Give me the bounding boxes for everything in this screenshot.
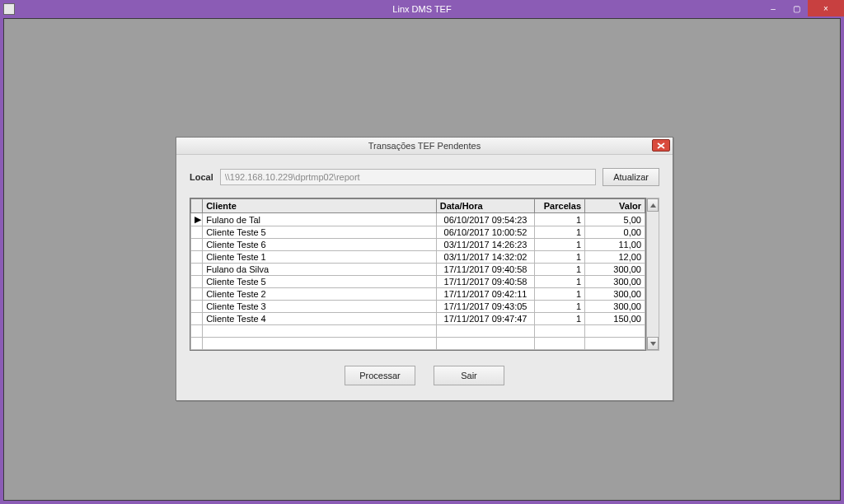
cell-datahora: 17/11/2017 09:43:05 bbox=[436, 301, 535, 313]
app-title: Linx DMS TEF bbox=[0, 4, 844, 14]
cell-valor: 300,00 bbox=[585, 301, 645, 313]
grid-header-valor[interactable]: Valor bbox=[585, 199, 645, 213]
minimize-button[interactable]: – bbox=[762, 0, 785, 16]
cell-parcelas: 1 bbox=[535, 264, 585, 276]
table-row[interactable]: Cliente Teste 517/11/2017 09:40:581300,0… bbox=[191, 276, 645, 288]
grid-header-selector bbox=[191, 199, 203, 213]
close-button[interactable]: × bbox=[808, 0, 844, 16]
grid-vertical-scrollbar[interactable] bbox=[646, 198, 659, 351]
row-selector-cell[interactable] bbox=[191, 313, 203, 325]
cell-cliente: Cliente Teste 2 bbox=[203, 288, 437, 301]
row-selector-cell[interactable] bbox=[191, 276, 203, 288]
cell-valor: 300,00 bbox=[585, 288, 645, 301]
local-input[interactable] bbox=[220, 169, 596, 185]
dialog-titlebar: Transações TEF Pendentes bbox=[176, 138, 673, 155]
close-icon bbox=[657, 142, 665, 149]
cell-valor: 150,00 bbox=[585, 313, 645, 325]
cell-valor: 300,00 bbox=[585, 264, 645, 276]
cell-datahora: 03/11/2017 14:26:23 bbox=[436, 239, 535, 251]
chevron-down-icon bbox=[650, 342, 656, 346]
table-row-empty bbox=[191, 325, 645, 338]
grid-header-row: Cliente Data/Hora Parcelas Valor bbox=[191, 199, 645, 213]
cell-parcelas: 1 bbox=[535, 251, 585, 264]
window-controls: – ▢ × bbox=[762, 0, 844, 16]
maximize-button[interactable]: ▢ bbox=[785, 0, 808, 16]
cell-cliente: Cliente Teste 6 bbox=[203, 239, 437, 251]
grid-header-cliente[interactable]: Cliente bbox=[203, 199, 437, 213]
table-row[interactable]: Cliente Teste 103/11/2017 14:32:02112,00 bbox=[191, 251, 645, 264]
mdi-workspace: Transações TEF Pendentes Local Atualizar bbox=[3, 18, 841, 501]
table-row[interactable]: Cliente Teste 506/10/2017 10:00:5210,00 bbox=[191, 226, 645, 239]
table-row[interactable]: Cliente Teste 417/11/2017 09:47:471150,0… bbox=[191, 313, 645, 325]
table-row[interactable]: Cliente Teste 603/11/2017 14:26:23111,00 bbox=[191, 239, 645, 251]
dialog-body: Local Atualizar Cliente Data/Hora Parcel… bbox=[176, 155, 673, 400]
cell-parcelas: 1 bbox=[535, 301, 585, 313]
cell-cliente: Cliente Teste 4 bbox=[203, 313, 437, 325]
row-selector-cell[interactable] bbox=[191, 226, 203, 239]
grid-wrap: Cliente Data/Hora Parcelas Valor ▶Fulano… bbox=[190, 198, 659, 351]
cell-valor: 0,00 bbox=[585, 226, 645, 239]
table-row[interactable]: Cliente Teste 317/11/2017 09:43:051300,0… bbox=[191, 301, 645, 313]
chevron-up-icon bbox=[650, 203, 656, 208]
cell-cliente: Cliente Teste 3 bbox=[203, 301, 437, 313]
cell-datahora: 17/11/2017 09:42:11 bbox=[436, 288, 535, 301]
table-row[interactable]: Fulano da Silva17/11/2017 09:40:581300,0… bbox=[191, 264, 645, 276]
cell-parcelas: 1 bbox=[535, 288, 585, 301]
cell-valor: 11,00 bbox=[585, 239, 645, 251]
dialog-close-button[interactable] bbox=[652, 139, 670, 152]
cell-datahora: 17/11/2017 09:47:47 bbox=[436, 313, 535, 325]
cell-datahora: 17/11/2017 09:40:58 bbox=[436, 276, 535, 288]
row-selector-cell[interactable] bbox=[191, 264, 203, 276]
cell-valor: 300,00 bbox=[585, 276, 645, 288]
table-row-empty bbox=[191, 338, 645, 350]
row-selector-cell[interactable] bbox=[191, 288, 203, 301]
table-row[interactable]: ▶Fulano de Tal06/10/2017 09:54:2315,00 bbox=[191, 213, 645, 226]
cell-cliente: Cliente Teste 5 bbox=[203, 276, 437, 288]
table-row[interactable]: Cliente Teste 217/11/2017 09:42:111300,0… bbox=[191, 288, 645, 301]
process-button[interactable]: Processar bbox=[345, 366, 415, 385]
cell-parcelas: 1 bbox=[535, 213, 585, 226]
cell-datahora: 03/11/2017 14:32:02 bbox=[436, 251, 535, 264]
row-selector-cell[interactable] bbox=[191, 251, 203, 264]
dialog-footer: Processar Sair bbox=[185, 366, 664, 385]
row-selector-cell[interactable]: ▶ bbox=[191, 213, 203, 226]
local-row: Local Atualizar bbox=[190, 168, 659, 186]
cell-parcelas: 1 bbox=[535, 226, 585, 239]
cell-cliente: Cliente Teste 5 bbox=[203, 226, 437, 239]
row-selector-cell[interactable] bbox=[191, 301, 203, 313]
cell-parcelas: 1 bbox=[535, 313, 585, 325]
dialog-title: Transações TEF Pendentes bbox=[176, 141, 673, 151]
cell-cliente: Fulano da Silva bbox=[203, 264, 437, 276]
grid-header-parcelas[interactable]: Parcelas bbox=[535, 199, 585, 213]
cell-cliente: Fulano de Tal bbox=[203, 213, 437, 226]
main-titlebar: Linx DMS TEF – ▢ × bbox=[0, 0, 844, 18]
cell-valor: 5,00 bbox=[585, 213, 645, 226]
update-button[interactable]: Atualizar bbox=[603, 168, 659, 186]
row-selector-cell[interactable] bbox=[191, 239, 203, 251]
scroll-up-button[interactable] bbox=[647, 198, 659, 212]
transactions-grid[interactable]: Cliente Data/Hora Parcelas Valor ▶Fulano… bbox=[190, 198, 646, 351]
cell-datahora: 06/10/2017 09:54:23 bbox=[436, 213, 535, 226]
grid-header-datahora[interactable]: Data/Hora bbox=[436, 199, 535, 213]
cell-cliente: Cliente Teste 1 bbox=[203, 251, 437, 264]
cell-parcelas: 1 bbox=[535, 276, 585, 288]
pending-transactions-dialog: Transações TEF Pendentes Local Atualizar bbox=[176, 137, 673, 401]
scroll-down-button[interactable] bbox=[647, 337, 659, 350]
cell-valor: 12,00 bbox=[585, 251, 645, 264]
cell-parcelas: 1 bbox=[535, 239, 585, 251]
cell-datahora: 06/10/2017 10:00:52 bbox=[436, 226, 535, 239]
exit-button[interactable]: Sair bbox=[434, 366, 504, 385]
local-label: Local bbox=[190, 172, 213, 182]
cell-datahora: 17/11/2017 09:40:58 bbox=[436, 264, 535, 276]
